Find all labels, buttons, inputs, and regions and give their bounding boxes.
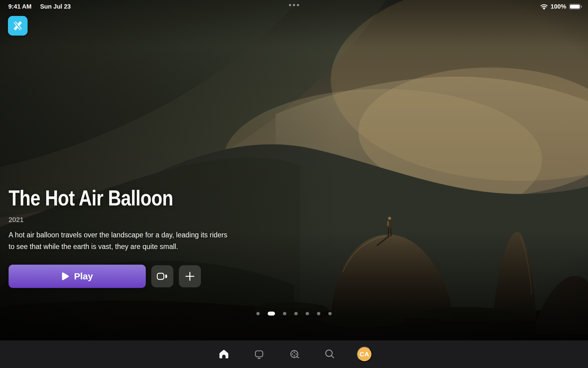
date: Sun Jul 23 [40, 3, 71, 10]
carousel-dot[interactable] [256, 312, 260, 315]
carousel-dot[interactable] [328, 312, 332, 315]
carousel-dot[interactable] [283, 312, 286, 315]
film-reel-icon [288, 348, 300, 360]
video-camera-icon [156, 271, 168, 281]
release-year: 2021 [9, 216, 227, 224]
carousel-dots [256, 312, 332, 316]
multitasking-ellipsis-icon[interactable] [289, 4, 299, 6]
plus-icon [184, 271, 195, 282]
carousel-dot[interactable] [268, 312, 275, 316]
add-to-list-button[interactable] [179, 265, 201, 287]
play-button[interactable]: Play [9, 265, 146, 288]
battery-percent: 100% [551, 3, 566, 10]
home-icon [218, 348, 230, 360]
description-line: to see that while the earth is vast, the… [9, 241, 227, 252]
featured-content: The Hot Air Balloon 2021 A hot air ballo… [9, 185, 227, 288]
tv-icon [253, 348, 265, 360]
x-logo-icon [11, 19, 24, 33]
description-line: A hot air balloon travels over the lands… [9, 229, 227, 241]
play-icon [62, 272, 69, 280]
play-label: Play [74, 271, 93, 282]
carousel-dot[interactable] [317, 312, 320, 315]
app-logo [8, 16, 28, 36]
nav-profile-avatar[interactable]: CA [357, 347, 372, 362]
battery-icon [569, 4, 581, 10]
trailer-button[interactable] [151, 265, 173, 287]
landscape-photo [0, 0, 588, 340]
nav-live-tv[interactable] [251, 346, 267, 362]
search-icon [323, 348, 336, 360]
clock: 9:41 AM [8, 3, 32, 10]
profile-initials: CA [360, 351, 369, 358]
page-title: The Hot Air Balloon [9, 185, 194, 211]
nav-home[interactable] [216, 346, 232, 362]
action-row: Play [9, 265, 227, 288]
hero-banner [0, 0, 588, 340]
description: A hot air balloon travels over the lands… [9, 229, 227, 252]
wifi-icon [540, 4, 548, 10]
nav-movies[interactable] [286, 346, 302, 362]
carousel-dot[interactable] [294, 312, 298, 315]
app-screen: 9:41 AM Sun Jul 23 100% [0, 0, 588, 368]
nav-search[interactable] [322, 346, 337, 362]
bottom-nav-bar: CA [0, 340, 588, 368]
status-bar: 9:41 AM Sun Jul 23 100% [0, 0, 588, 13]
carousel-dot[interactable] [306, 312, 309, 315]
